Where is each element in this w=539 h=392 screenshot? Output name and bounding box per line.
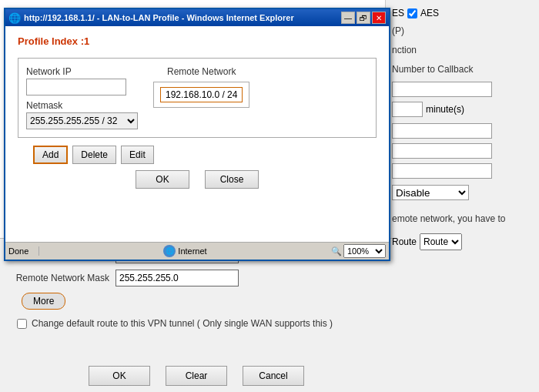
add-button[interactable]: Add [33,146,68,164]
right-panel: ES AES (P) nction Number to Callback min… [385,0,539,392]
ie-statusbar: Done 🌐 Internet 🔍 100% 75% 125% [5,242,389,260]
remote-network-list: 192.168.10.0 / 24 [153,82,249,108]
titlebar-left: 🌐 http://192.168.1.1/ - LAN-to-LAN Profi… [8,12,294,24]
more-button[interactable]: More [22,293,65,310]
internet-label: Internet [178,246,206,256]
network-right: Remote Network 192.168.10.0 / 24 [153,66,249,129]
route-row: Route Route NAT [392,233,533,250]
cancel-button[interactable]: Cancel [243,366,304,386]
aes-text: AES [420,8,439,18]
minutes-label: minute(s) [426,104,464,115]
bottom-buttons: OK Clear Cancel [0,366,393,386]
ie-content: Profile Index :1 Network IP Netmask 255.… [5,26,389,242]
status-internet: 🌐 Internet [45,245,325,257]
close-button[interactable]: ✕ [372,12,386,24]
extra-input2[interactable] [392,143,492,159]
network-panel: Network IP Netmask 255.255.255.255 / 32 … [18,58,377,138]
network-left: Network IP Netmask 255.255.255.255 / 32 … [26,66,138,129]
remote-mask-input[interactable] [116,270,239,286]
vpn-checkbox-row: Change default route to this VPN tunnel … [17,317,383,330]
aes-checkbox[interactable] [407,8,417,18]
remote-network-item: 192.168.10.0 / 24 [160,87,243,102]
remote-mask-label: Remote Network Mask [9,273,109,283]
zoom-icon: 🔍 [331,246,342,256]
ie-window: 🌐 http://192.168.1.1/ - LAN-to-LAN Profi… [4,8,390,261]
route-label: Route [392,236,417,247]
profile-title: Profile Index :1 [18,35,377,47]
network-ip-label: Network IP [26,66,138,77]
ok-button[interactable]: OK [89,366,150,386]
ie-window-controls: — 🗗 ✕ [341,12,386,24]
edit-button[interactable]: Edit [121,146,154,164]
network-ip-section: Network IP [26,66,138,95]
clear-button[interactable]: Clear [166,366,227,386]
netmask-label: Netmask [26,100,138,111]
minutes-value-input[interactable] [392,102,423,117]
ie-logo-icon: 🌐 [8,12,21,24]
vpn-checkbox-label: Change default route to this VPN tunnel … [32,317,333,330]
delete-button[interactable]: Delete [72,146,116,164]
status-done: Done [8,246,39,256]
ie-titlebar: 🌐 http://192.168.1.1/ - LAN-to-LAN Profi… [5,9,389,26]
minimize-button[interactable]: — [341,12,355,24]
route-select[interactable]: Route NAT [420,233,462,250]
ip-section: (P) nction Number to Callback minute(s) [392,25,533,179]
netmask-select[interactable]: 255.255.255.255 / 32 255.255.255.0 / 24 … [26,112,138,129]
dialog-ok-button[interactable]: OK [136,170,189,189]
globe-icon: 🌐 [163,245,176,257]
default-route-checkbox[interactable] [17,319,27,329]
netmask-section: Netmask 255.255.255.255 / 32 255.255.255… [26,100,138,129]
remote-network-title: Remote Network [153,66,249,77]
zoom-select[interactable]: 100% 75% 125% [343,244,386,258]
window-title: http://192.168.1.1/ - LAN-to-LAN Profile… [24,13,294,22]
callback-input[interactable] [392,82,492,97]
action-buttons: Add Delete Edit [33,146,377,164]
restore-button[interactable]: 🗗 [357,12,370,24]
aes-label: ES [392,8,404,18]
remote-mask-row: Remote Network Mask [9,270,383,286]
status-zoom: 🔍 100% 75% 125% [331,244,386,258]
network-ip-input[interactable] [26,79,126,95]
disable-select[interactable]: Disable [392,185,469,200]
dialog-buttons: OK Close [18,170,377,189]
extra-input3[interactable] [392,163,492,179]
remote-text: emote network, you have to [392,213,533,226]
dialog-close-button[interactable]: Close [205,170,259,189]
extra-input1[interactable] [392,123,492,139]
